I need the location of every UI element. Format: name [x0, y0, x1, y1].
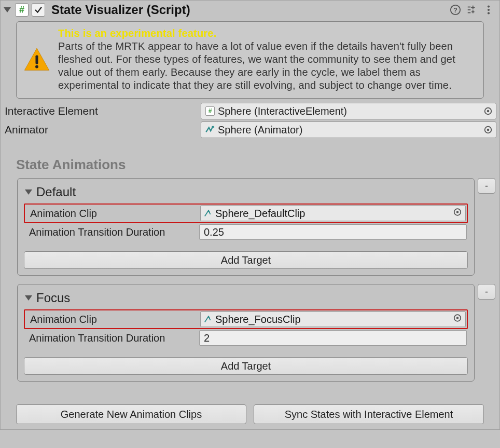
remove-state-button-default[interactable]: -: [478, 178, 495, 194]
object-picker-icon[interactable]: [483, 125, 493, 134]
svg-text:?: ?: [453, 6, 457, 14]
animator-label: Animator: [4, 124, 201, 136]
state-focus-header[interactable]: Focus: [24, 291, 468, 305]
animation-clip-value: Sphere_DefaultClip: [215, 208, 305, 220]
component-header: # State Visualizer (Script) ?: [1, 1, 499, 21]
interactive-element-field[interactable]: # Sphere (InteractiveElement): [201, 103, 496, 119]
duration-row: Animation Transition Duration: [24, 329, 468, 347]
state-focus-box: Focus Animation Clip Sphere_FocusClip: [17, 284, 475, 382]
state-default-name: Default: [36, 185, 76, 199]
warning-icon: [23, 27, 51, 92]
animation-clip-row: Animation Clip Sphere_FocusClip: [25, 310, 467, 328]
component-foldout-icon[interactable]: [4, 7, 11, 12]
svg-point-13: [35, 65, 38, 68]
animation-clip-row: Animation Clip Sphere_DefaultClip: [25, 205, 467, 222]
object-picker-icon[interactable]: [483, 106, 493, 116]
svg-rect-4: [468, 12, 471, 13]
animator-row: Animator Sphere (Animator): [1, 120, 499, 139]
help-icon[interactable]: ?: [449, 3, 462, 17]
inspector-panel: # State Visualizer (Script) ? This is an…: [0, 0, 500, 430]
experimental-warning: This is an experimental feature. Parts o…: [16, 21, 484, 99]
warning-text: This is an experimental feature. Parts o…: [58, 27, 477, 92]
svg-rect-2: [468, 7, 471, 8]
state-animations-heading: State Animations: [16, 157, 499, 173]
kebab-menu-icon[interactable]: [482, 3, 495, 17]
svg-rect-8: [473, 10, 474, 13]
duration-label: Animation Transition Duration: [25, 332, 199, 344]
svg-point-17: [487, 129, 490, 131]
enable-checkbox[interactable]: [32, 3, 45, 17]
svg-point-15: [487, 110, 490, 113]
animator-type-icon: [204, 124, 216, 135]
interactive-element-value: Sphere (InteractiveElement): [218, 105, 347, 117]
generate-clips-button[interactable]: Generate New Animation Clips: [16, 404, 246, 424]
warning-body: Parts of the MRTK appear to have a lot o…: [58, 40, 455, 91]
interactive-element-label: Interactive Element: [4, 105, 201, 117]
state-focus-fields: Animation Clip Sphere_FocusClip: [24, 309, 468, 347]
object-picker-icon[interactable]: [453, 314, 462, 325]
state-default-fields: Animation Clip Sphere_DefaultClip: [24, 203, 468, 241]
component-title: State Visualizer (Script): [51, 3, 446, 17]
animation-clip-label: Animation Clip: [26, 314, 200, 325]
animator-field[interactable]: Sphere (Animator): [201, 121, 496, 138]
state-default-box: Default Animation Clip Sphere_DefaultCli…: [17, 178, 475, 276]
animclip-icon: [204, 315, 213, 324]
svg-point-19: [456, 211, 459, 213]
script-icon[interactable]: #: [15, 3, 29, 17]
svg-rect-12: [35, 55, 38, 64]
state-focus-wrap: Focus Animation Clip Sphere_FocusClip: [1, 284, 499, 382]
svg-point-10: [488, 9, 490, 11]
duration-row: Animation Transition Duration: [24, 223, 468, 241]
state-default-wrap: Default Animation Clip Sphere_DefaultCli…: [1, 178, 499, 276]
add-target-button-default[interactable]: Add Target: [24, 251, 468, 269]
interactive-element-row: Interactive Element # Sphere (Interactiv…: [1, 102, 499, 120]
svg-point-21: [456, 317, 459, 319]
bottom-actions: Generate New Animation Clips Sync States…: [1, 390, 499, 429]
animation-clip-field-default[interactable]: Sphere_DefaultClip: [200, 206, 466, 221]
remove-state-button-focus[interactable]: -: [478, 284, 495, 300]
animator-value: Sphere (Animator): [218, 124, 302, 136]
animation-clip-label: Animation Clip: [26, 208, 200, 220]
duration-label: Animation Transition Duration: [25, 226, 199, 238]
duration-input-focus[interactable]: [199, 330, 467, 346]
sync-states-button[interactable]: Sync States with Interactive Element: [254, 404, 484, 424]
svg-point-9: [488, 5, 490, 7]
warning-title: This is an experimental feature.: [58, 28, 216, 39]
state-default-header[interactable]: Default: [24, 185, 468, 199]
highlight-outline: Animation Clip Sphere_DefaultClip: [24, 203, 468, 223]
animclip-icon: [204, 209, 213, 218]
duration-input-default[interactable]: [199, 224, 467, 240]
script-type-icon: #: [204, 105, 216, 117]
foldout-icon[interactable]: [25, 295, 32, 301]
preset-icon[interactable]: [465, 3, 479, 17]
highlight-outline: Animation Clip Sphere_FocusClip: [24, 309, 468, 329]
add-target-button-focus[interactable]: Add Target: [24, 357, 468, 375]
svg-point-11: [488, 12, 490, 14]
svg-rect-3: [468, 9, 471, 10]
state-focus-name: Focus: [36, 291, 70, 305]
animation-clip-value: Sphere_FocusClip: [215, 314, 301, 325]
foldout-icon[interactable]: [25, 189, 32, 195]
svg-rect-6: [471, 7, 475, 8]
animation-clip-field-focus[interactable]: Sphere_FocusClip: [200, 311, 466, 327]
object-picker-icon[interactable]: [453, 208, 462, 220]
